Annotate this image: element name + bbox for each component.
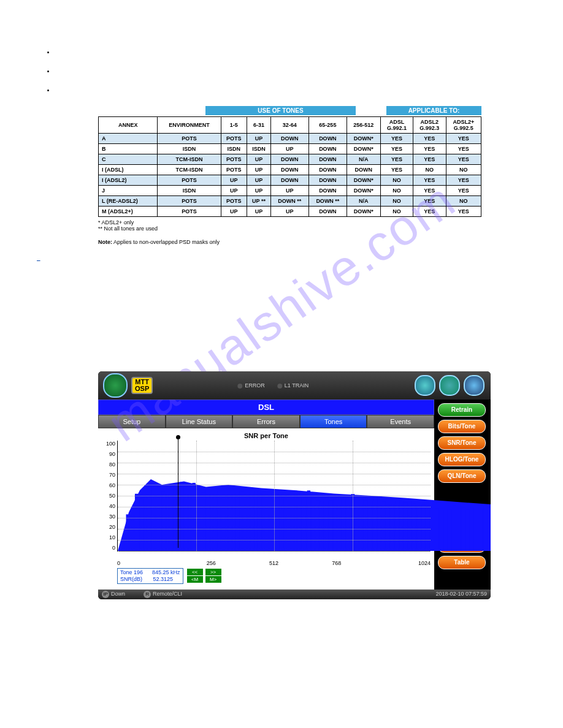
table-cell: DOWN — [308, 186, 347, 196]
table-cell: NO — [413, 165, 446, 175]
annex-cell: C — [99, 154, 158, 165]
table-cell: YES — [413, 134, 446, 144]
table-cell: DOWN — [308, 207, 347, 217]
table-cell: YES — [413, 144, 446, 154]
table-cell: YES — [380, 165, 413, 175]
table-cell: POTS — [221, 196, 247, 207]
screen-title: DSL — [98, 400, 434, 415]
tab-tones[interactable]: Tones — [300, 415, 367, 428]
column-header: 65-255 — [308, 117, 347, 134]
annex-cell: A — [99, 134, 158, 144]
annex-cell: L (RE-ADSL2) — [99, 196, 158, 207]
tab-setup[interactable]: Setup — [98, 415, 166, 428]
table-cell: YES — [413, 207, 446, 217]
table-cell: POTS — [221, 154, 247, 165]
remote-icon: R — [144, 591, 151, 598]
mtt-badge[interactable]: MTTOSP — [131, 377, 153, 394]
header-use-of-tones: USE OF TONES — [205, 106, 356, 115]
bullet-list — [55, 49, 526, 94]
table-cell: UP — [221, 175, 247, 186]
table-cell: NO — [380, 186, 413, 196]
nav-prev-button[interactable]: << — [187, 569, 203, 575]
table-cell: DOWN* — [347, 144, 380, 154]
column-header: ADSL2+G.992.5 — [446, 117, 481, 134]
table-cell: DOWN — [308, 134, 347, 144]
env-cell: TCM-ISDN — [158, 154, 221, 165]
table-cell: YES — [446, 154, 481, 165]
column-header: ADSL2G.992.3 — [413, 117, 446, 134]
table-cell: DOWN* — [347, 207, 380, 217]
nav-next-button[interactable]: >> — [205, 569, 221, 575]
table-cell: YES — [446, 144, 481, 154]
table-cell: DOWN* — [347, 134, 380, 144]
column-header: 256-512 — [347, 117, 380, 134]
table-cell: POTS — [221, 134, 247, 144]
nav-prev-marker-button[interactable]: <M — [187, 576, 203, 583]
annex-cell: I (ADSL2) — [99, 175, 158, 186]
l1train-led: L1 TRAIN — [277, 382, 308, 389]
table-cell: DOWN* — [347, 175, 380, 186]
table-cell: DOWN — [270, 134, 308, 144]
table-cell: UP — [247, 165, 271, 175]
table-cell: YES — [446, 186, 481, 196]
env-cell: POTS — [158, 207, 221, 217]
x-axis: 02565127681024 — [117, 560, 431, 566]
env-cell: ISDN — [158, 144, 221, 154]
table-cell: DOWN — [308, 165, 347, 175]
annex-cell: B — [99, 144, 158, 154]
annex-cell: J — [99, 186, 158, 196]
table-cell: NO — [446, 165, 481, 175]
table-cell: UP — [247, 186, 271, 196]
table-cell: UP — [247, 134, 271, 144]
device-topbar: MTTOSP ERROR L1 TRAIN — [98, 371, 491, 400]
annex-table: ANNEXENVIRONMENT1-56-3132-6465-255256-51… — [98, 116, 481, 217]
list-item — [55, 68, 526, 75]
table-cell: YES — [446, 207, 481, 217]
bits-tone-button[interactable]: Bits/Tone — [438, 420, 486, 433]
list-item — [55, 87, 526, 94]
annex-cell: I (ADSL) — [99, 165, 158, 175]
env-cell: ISDN — [158, 186, 221, 196]
chart-title: SNR per Tone — [102, 432, 431, 439]
table-cell: DOWN — [270, 175, 308, 186]
table-cell: YES — [446, 134, 481, 144]
chart-plot[interactable] — [117, 441, 431, 552]
table-button[interactable]: Table — [438, 556, 486, 569]
chart-marker[interactable] — [178, 438, 178, 548]
table-cell: DOWN* — [347, 186, 380, 196]
table-cell: YES — [413, 186, 446, 196]
retrain-button[interactable]: Retrain — [438, 403, 486, 417]
note-label: Note: — [98, 239, 112, 245]
table-cell: UP — [247, 154, 271, 165]
tab-line-status[interactable]: Line Status — [166, 415, 233, 428]
table-cell: POTS — [221, 165, 247, 175]
nav-next-marker-button[interactable]: M> — [205, 576, 221, 583]
table-cell: NO — [380, 196, 413, 207]
table-cell: NO — [380, 175, 413, 186]
toolbar-icon[interactable] — [415, 375, 435, 396]
table-cell: YES — [413, 196, 446, 207]
tab-errors[interactable]: Errors — [232, 415, 300, 428]
table-cell: NO — [380, 207, 413, 217]
table-cell: N/A — [347, 154, 380, 165]
table-cell: UP — [270, 207, 308, 217]
column-header: ANNEX — [99, 117, 158, 134]
table-cell: UP — [221, 186, 247, 196]
header-applicable-to: APPLICABLE TO: — [386, 106, 481, 115]
table-cell: YES — [380, 154, 413, 165]
table-cell: UP ** — [247, 196, 271, 207]
logo-icon[interactable] — [103, 373, 128, 398]
battery-icon[interactable] — [439, 375, 460, 396]
y-axis: 1009080706050403020100 — [102, 441, 117, 551]
table-cell: YES — [446, 175, 481, 186]
ip-icon: IP — [102, 591, 109, 598]
readout-box: Tone 196 845.25 kHz SNR(dB) 52.3125 — [117, 568, 183, 584]
table-cell: DOWN ** — [308, 196, 347, 207]
table-cell: UP — [247, 207, 271, 217]
table-cell: YES — [380, 144, 413, 154]
table-cell: UP — [270, 186, 308, 196]
table-cell: UP — [270, 144, 308, 154]
tab-events[interactable]: Events — [367, 415, 434, 428]
folder-icon[interactable] — [464, 375, 484, 396]
table-cell: DOWN — [270, 154, 308, 165]
